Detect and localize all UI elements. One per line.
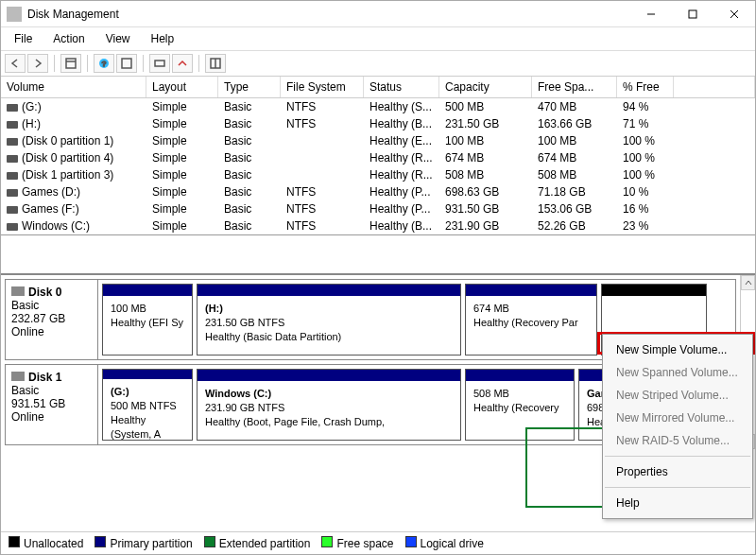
volume-list: Volume Layout Type File System Status Ca… <box>1 77 755 235</box>
disk0-state: Online <box>11 325 92 338</box>
col-layout[interactable]: Layout <box>146 77 218 97</box>
context-menu: New Simple Volume...New Spanned Volume..… <box>602 334 753 519</box>
partition[interactable]: (H:)231.50 GB NTFSHealthy (Basic Data Pa… <box>197 284 461 356</box>
maximize-button[interactable] <box>672 1 713 27</box>
menu-file[interactable]: File <box>5 29 42 48</box>
disk1-state: Online <box>11 410 92 424</box>
toolbar-btn-5[interactable] <box>205 54 226 73</box>
svg-rect-9 <box>155 61 164 66</box>
partition[interactable]: 674 MBHealthy (Recovery Par <box>465 284 597 356</box>
legend-item: Primary partition <box>94 536 192 550</box>
svg-rect-1 <box>689 10 696 18</box>
disk0-type: Basic <box>11 299 92 312</box>
col-free[interactable]: Free Spa... <box>532 77 617 97</box>
menu-item: New Spanned Volume... <box>603 361 752 384</box>
help-button[interactable]: ? <box>94 54 114 73</box>
disk1-size: 931.51 GB <box>11 397 92 410</box>
volume-row[interactable]: (G:)SimpleBasicNTFSHealthy (S...500 MB47… <box>1 98 755 115</box>
volume-row[interactable]: Games (D:)SimpleBasicNTFSHealthy (P...69… <box>1 183 755 200</box>
col-status[interactable]: Status <box>364 77 439 97</box>
menu-item: New Mirrored Volume... <box>603 407 752 429</box>
col-blank <box>674 77 755 97</box>
svg-text:?: ? <box>102 60 107 68</box>
menu-item[interactable]: New Simple Volume... <box>603 338 752 361</box>
col-type[interactable]: Type <box>218 77 281 97</box>
col-volume[interactable]: Volume <box>1 77 146 97</box>
menu-help[interactable]: Help <box>142 29 184 48</box>
legend-item: Extended partition <box>204 536 311 550</box>
disk-icon <box>11 372 25 381</box>
scroll-up-button[interactable] <box>741 275 755 290</box>
menu-item[interactable]: Help <box>603 492 752 514</box>
legend-item: Unallocated <box>9 536 83 550</box>
legend-item: Logical drive <box>405 536 484 550</box>
menu-bar: File Action View Help <box>1 27 755 51</box>
disk0-name: Disk 0 <box>28 286 61 299</box>
menu-item: New RAID-5 Volume... <box>603 429 752 452</box>
menu-separator <box>605 487 750 488</box>
column-headers: Volume Layout Type File System Status Ca… <box>1 77 755 98</box>
toolbar: ? <box>1 51 755 77</box>
menu-item[interactable]: Properties <box>603 460 752 483</box>
svg-rect-4 <box>66 59 76 68</box>
disk1-label[interactable]: Disk 1 Basic 931.51 GB Online <box>6 365 98 444</box>
window-title: Disk Management <box>27 8 630 21</box>
volume-row[interactable]: (Disk 0 partition 1)SimpleBasicHealthy (… <box>1 132 755 149</box>
menu-view[interactable]: View <box>96 29 140 48</box>
partition[interactable]: Windows (C:)231.90 GB NTFSHealthy (Boot,… <box>197 369 461 441</box>
forward-button[interactable] <box>27 54 48 73</box>
partition[interactable]: (G:)500 MB NTFSHealthy (System, A <box>102 369 193 441</box>
title-bar: Disk Management <box>1 1 755 27</box>
app-icon <box>7 7 22 22</box>
disk1-type: Basic <box>11 384 92 397</box>
volume-row[interactable]: (H:)SimpleBasicNTFSHealthy (B...231.50 G… <box>1 115 755 132</box>
volume-row[interactable]: Games (F:)SimpleBasicNTFSHealthy (P...93… <box>1 200 755 217</box>
toolbar-btn-4[interactable] <box>172 54 193 73</box>
toolbar-btn-1[interactable] <box>60 54 81 73</box>
volume-row[interactable]: (Disk 0 partition 4)SimpleBasicHealthy (… <box>1 149 755 166</box>
col-fs[interactable]: File System <box>281 77 364 97</box>
close-button[interactable] <box>713 1 755 27</box>
menu-action[interactable]: Action <box>43 29 94 48</box>
partition[interactable]: 508 MBHealthy (Recovery <box>465 369 575 441</box>
volume-row[interactable]: (Disk 1 partition 3)SimpleBasicHealthy (… <box>1 166 755 183</box>
partition[interactable]: 100 MBHealthy (EFI Sy <box>102 284 193 356</box>
back-button[interactable] <box>5 54 26 73</box>
minimize-button[interactable] <box>630 1 672 27</box>
col-pctfree[interactable]: % Free <box>617 77 674 97</box>
volume-row[interactable]: Windows (C:)SimpleBasicNTFSHealthy (B...… <box>1 217 755 234</box>
toolbar-btn-3[interactable] <box>149 54 170 73</box>
disk0-label[interactable]: Disk 0 Basic 232.87 GB Online <box>6 280 98 359</box>
menu-item: New Striped Volume... <box>603 384 752 407</box>
col-capacity[interactable]: Capacity <box>439 77 532 97</box>
disk-icon <box>11 286 25 296</box>
menu-separator <box>605 456 750 457</box>
legend: UnallocatedPrimary partitionExtended par… <box>1 531 755 554</box>
legend-item: Free space <box>321 536 393 550</box>
toolbar-btn-2[interactable] <box>116 54 137 73</box>
disk1-name: Disk 1 <box>28 371 61 384</box>
svg-rect-8 <box>122 59 131 68</box>
disk0-size: 232.87 GB <box>11 312 92 325</box>
